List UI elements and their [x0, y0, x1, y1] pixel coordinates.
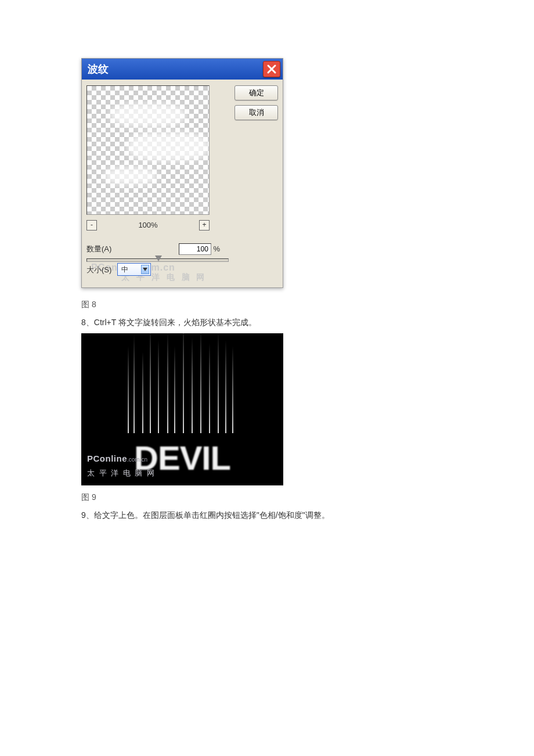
amount-input[interactable]	[179, 243, 211, 255]
size-selected: 中	[121, 264, 128, 276]
figure-caption-9: 图 9	[81, 490, 534, 505]
ok-button[interactable]: 确定	[234, 85, 278, 100]
step-9-text: 9、给文字上色。在图层面板单击红圈内按钮选择"色相/饱和度"调整。	[81, 508, 534, 523]
amount-unit: %	[213, 244, 220, 253]
dialog-body: - 100% + 数量(A) % PConline.com.cn 太 平 洋 电…	[82, 80, 283, 287]
dialog-title: 波纹	[88, 60, 109, 78]
result-preview: DEVIL PConline.com.cn 太 平 洋 电 脑 网	[81, 333, 283, 485]
figure-caption-8: 图 8	[81, 297, 534, 312]
zoom-controls: - 100% +	[86, 218, 210, 232]
step-8-text: 8、Ctrl+T 将文字旋转回来，火焰形状基本完成。	[81, 315, 534, 330]
zoom-out-button[interactable]: -	[86, 220, 97, 231]
dialog-titlebar[interactable]: 波纹	[82, 59, 283, 80]
amount-row: 数量(A) %	[86, 242, 220, 255]
zoom-level: 100%	[138, 218, 157, 232]
amount-label: 数量(A)	[86, 242, 111, 255]
ripple-dialog: 波纹 - 100% + 数量(A) %	[81, 58, 283, 288]
chevron-down-icon	[141, 265, 149, 274]
size-label: 大小(S)	[86, 263, 111, 276]
size-dropdown[interactable]: 中	[117, 263, 151, 276]
close-button[interactable]	[263, 61, 280, 77]
filter-preview[interactable]	[86, 85, 210, 215]
result-watermark: PConline.com.cn 太 平 洋 电 脑 网	[87, 451, 156, 480]
close-icon	[266, 64, 277, 74]
cancel-button[interactable]: 取消	[234, 105, 278, 120]
zoom-in-button[interactable]: +	[199, 220, 210, 231]
